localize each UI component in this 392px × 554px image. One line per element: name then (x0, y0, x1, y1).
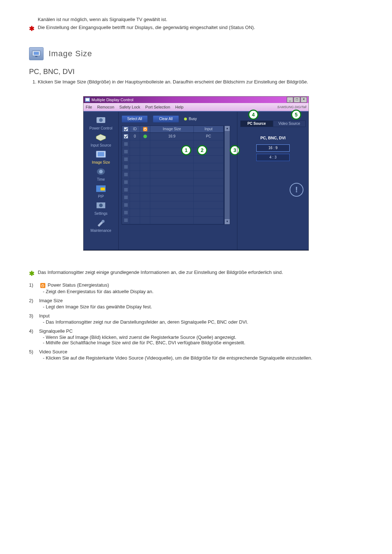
clear-all-button[interactable]: Clear All (153, 115, 179, 123)
grid-hdr-input: Input (194, 126, 224, 132)
svg-point-16 (102, 220, 105, 223)
grid-row-imgsize: 16:9 (150, 133, 194, 140)
window-title: Multiple Display Control (91, 98, 134, 102)
desc-num-5: 5) (29, 349, 38, 354)
intro-line-1: Kanälen ist nur möglich, wenn als Signal… (38, 16, 363, 23)
sidebar-label-image: Image Size (86, 160, 115, 164)
grid-scrollbar[interactable]: ▲ ▼ (224, 126, 230, 225)
desc-3-title: Input (39, 313, 50, 319)
sidebar-item-power-control[interactable]: Power Control (86, 115, 115, 130)
menu-safety-lock[interactable]: Safety Lock (119, 105, 140, 109)
grid-row-empty (122, 171, 224, 178)
svg-rect-30 (124, 195, 128, 199)
grid-row-empty (122, 186, 224, 194)
grid-row-status-icon (140, 133, 150, 140)
menu-port-selection[interactable]: Port Selection (145, 105, 170, 109)
busy-dot-icon (184, 118, 187, 120)
desc-2-title: Image Size (39, 298, 63, 303)
grid-row[interactable]: 0 16:9 PC (122, 133, 224, 140)
subsection-title: PC, BNC, DVI (29, 67, 363, 76)
brand-logo: SAMSUNG DIGITall (277, 105, 306, 109)
grid-hdr-id: ID (130, 126, 140, 132)
tab-pc-source[interactable]: PC Source (240, 120, 273, 127)
desc-1-title: Power Status (Energiestatus) (48, 282, 109, 288)
sidebar-label-pip: PIP (86, 194, 115, 198)
desc-3-sub: - Das Informationsgitter zeigt nur die D… (43, 319, 363, 325)
window-app-icon (85, 98, 90, 102)
sidebar-label-maint: Maintenance (86, 229, 115, 233)
svg-point-11 (99, 170, 103, 173)
warning-icon: ! (290, 183, 303, 197)
intro-line-2: Die Einstellung der Eingangsquelle betri… (38, 25, 255, 30)
grid-row-empty (122, 217, 224, 224)
window-maximize-button[interactable]: □ (294, 97, 300, 103)
ratio-4-3-button[interactable]: 4 : 3 (256, 154, 290, 161)
mdc-window: Multiple Display Control _ □ × File Remo… (83, 96, 309, 251)
menubar: File Remocon Safety Lock Port Selection … (83, 103, 309, 111)
grid-row-id: 0 (130, 133, 140, 140)
desc-4-title: Signalquelle PC (39, 328, 73, 334)
scrollbar-down-arrow-icon[interactable]: ▼ (225, 219, 230, 224)
callout-marker-1: 1 (181, 145, 191, 155)
grid-row-empty (122, 178, 224, 186)
sidebar-item-image-size[interactable]: Image Size (86, 149, 115, 164)
grid-row-checkbox[interactable] (122, 133, 130, 140)
desc-4-sub1: - Wenn Sie auf Image (Bild) klicken, wir… (43, 335, 363, 340)
svg-rect-33 (124, 218, 128, 222)
menu-file[interactable]: File (86, 105, 92, 109)
sidebar-label-time: Time (86, 177, 115, 181)
sidebar-item-settings[interactable]: Settings (86, 201, 115, 216)
grid-row-empty (122, 148, 224, 156)
svg-rect-29 (124, 188, 128, 192)
window-minimize-button[interactable]: _ (287, 97, 293, 103)
ratio-16-9-button[interactable]: 16 : 9 (256, 144, 290, 152)
grid-row-empty (122, 201, 224, 209)
svg-rect-2 (35, 56, 37, 57)
desc-num-4: 4) (29, 328, 38, 334)
star-icon: ✱ (29, 25, 36, 33)
grid-row-empty (122, 140, 224, 148)
instruction-1: Klicken Sie Image Size (Bildgröße) in de… (38, 79, 363, 85)
sidebar-item-input-source[interactable]: Input Source (86, 132, 115, 147)
sidebar-label-input: Input Source (86, 143, 115, 147)
power-status-inline-icon (40, 283, 45, 288)
desc-2-sub: - Legt den Image Size für das gewählte D… (43, 304, 363, 309)
svg-rect-4 (86, 98, 89, 101)
sidebar-item-maintenance[interactable]: Maintenance (86, 218, 115, 233)
grid-hdr-checkbox[interactable] (122, 126, 130, 132)
callout-marker-5: 5 (291, 110, 301, 120)
desc-5-title: Video Source (39, 349, 68, 354)
svg-point-15 (99, 204, 103, 207)
grid-row-empty (122, 194, 224, 201)
sidebar-item-time[interactable]: Time (86, 167, 115, 181)
scrollbar-up-arrow-icon[interactable]: ▲ (225, 126, 230, 131)
desc-num-1: 1) (29, 282, 38, 288)
desc-5-sub: - Klicken Sie auf die Registerkarte Vide… (43, 355, 363, 361)
menu-help[interactable]: Help (175, 105, 184, 109)
grid-row-empty (122, 156, 224, 163)
sidebar-label-power: Power Control (86, 126, 115, 130)
svg-rect-9 (98, 152, 104, 156)
grid-hdr-power-icon (140, 126, 150, 132)
grid-hdr-imgsize: Image Size (150, 126, 194, 132)
tab-video-source[interactable]: Video Source (273, 120, 306, 127)
callout-marker-2: 2 (197, 145, 207, 155)
svg-point-22 (143, 135, 147, 138)
svg-rect-23 (124, 142, 128, 146)
svg-rect-1 (34, 52, 39, 55)
sidebar-label-settings: Settings (86, 212, 115, 216)
grid-row-input: PC (194, 133, 224, 140)
image-size-section-icon (29, 47, 44, 60)
svg-rect-27 (124, 172, 128, 176)
power-control-icon (95, 115, 107, 126)
svg-rect-32 (124, 210, 128, 214)
menu-remocon[interactable]: Remocon (97, 105, 114, 109)
select-all-button[interactable]: Select All (122, 115, 148, 123)
busy-indicator: Busy (184, 117, 197, 121)
svg-rect-28 (124, 180, 128, 184)
window-titlebar: Multiple Display Control _ □ × (83, 97, 309, 103)
settings-icon (95, 201, 107, 211)
window-close-button[interactable]: × (301, 97, 307, 103)
maintenance-icon (95, 218, 107, 228)
sidebar-item-pip[interactable]: PIP (86, 184, 115, 198)
